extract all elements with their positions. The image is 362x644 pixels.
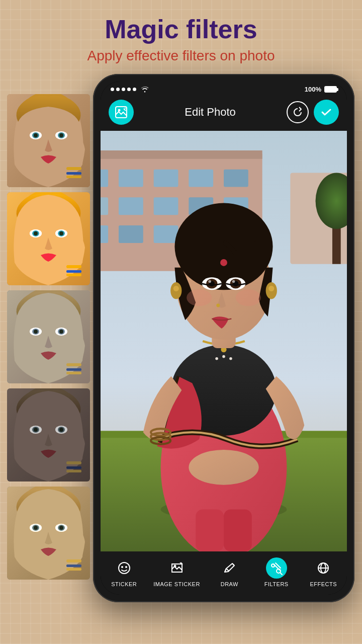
svg-point-118 [268,286,274,291]
svg-point-124 [272,564,275,567]
header-section: Magic filters Apply effective filters on… [0,0,362,74]
app-topbar: Edit Photo [101,96,347,131]
effects-icon [316,561,330,575]
svg-rect-53 [66,565,81,567]
topbar-right-buttons [287,100,339,125]
svg-rect-72 [154,225,178,243]
svg-point-116 [173,286,179,291]
svg-rect-19 [66,265,81,268]
svg-point-107 [208,280,211,283]
svg-point-121 [125,566,127,568]
svg-point-113 [187,289,212,306]
sticker-label: STICKER [111,581,137,587]
filters-icon [269,561,284,575]
effects-label: EFFECTS [310,581,337,587]
thumbnail-2[interactable] [7,192,90,285]
filters-icon-container [266,557,287,579]
thumbnails-column [0,79,90,580]
svg-rect-65 [101,198,108,215]
svg-rect-9 [66,172,81,175]
battery-icon [324,86,337,93]
confirm-button[interactable] [314,100,339,125]
svg-point-120 [121,566,123,568]
svg-rect-8 [66,167,81,170]
nav-item-effects[interactable]: EFFECTS [306,557,341,587]
svg-point-18 [59,231,63,235]
reset-button[interactable] [287,101,309,123]
signal-dots [111,87,149,93]
thumbnail-3[interactable] [7,290,90,383]
thumbnail-5[interactable] [7,487,90,580]
reset-icon [292,107,303,118]
nav-item-sticker[interactable]: STICKER [107,557,142,587]
svg-rect-67 [154,198,178,215]
svg-rect-10 [66,176,81,178]
svg-point-26 [34,330,38,334]
image-edit-icon [115,106,128,119]
draw-label: DRAW [221,581,238,587]
svg-point-93 [229,357,232,360]
svg-rect-60 [101,170,108,187]
filters-label: FILTERS [264,581,289,587]
svg-rect-42 [66,466,81,469]
nav-item-image-sticker[interactable]: IMAGE STICKER [153,557,200,587]
svg-rect-21 [66,274,81,276]
svg-rect-71 [119,225,143,243]
svg-rect-59 [101,150,262,159]
effects-icon-container [313,557,334,579]
svg-rect-88 [196,510,224,552]
svg-rect-70 [101,225,108,243]
svg-rect-41 [66,461,81,464]
svg-point-15 [34,231,38,235]
sticker-icon [117,561,131,575]
nav-item-filters[interactable]: FILTERS [259,557,294,587]
photo-area [101,131,347,551]
svg-rect-63 [189,170,213,187]
svg-point-111 [232,280,235,283]
edit-photo-button[interactable] [109,100,134,125]
svg-point-112 [216,304,220,307]
svg-point-119 [119,562,130,574]
svg-rect-66 [119,198,143,215]
svg-rect-32 [66,372,81,374]
svg-point-91 [215,357,218,360]
svg-point-92 [222,355,225,358]
image-sticker-icon-container [166,557,188,579]
page-subtitle: Apply effective filters on photo [0,48,362,64]
image-sticker-icon [170,561,184,575]
svg-rect-20 [66,270,81,273]
svg-rect-64 [224,170,248,187]
image-sticker-label: IMAGE STICKER [153,581,200,587]
topbar-title: Edit Photo [185,106,236,119]
svg-rect-89 [224,510,252,552]
thumbnail-1[interactable] [7,94,90,187]
battery-status: 100% [305,86,337,93]
svg-point-40 [59,428,63,432]
svg-point-122 [173,565,176,568]
svg-point-114 [236,289,261,306]
svg-rect-62 [154,170,178,187]
svg-rect-31 [66,368,81,371]
svg-point-56 [118,109,121,112]
status-bar: 100% [101,82,347,96]
phone-mockup: 100% Edit Photo [93,74,354,602]
main-content: 100% Edit Photo [0,74,362,580]
sticker-icon-container [114,557,135,579]
svg-point-102 [218,219,257,250]
bottom-nav-bar: STICKER IMAGE STICKER [101,551,347,595]
draw-icon [222,561,236,575]
page-title: Magic filters [0,15,362,44]
svg-point-7 [59,133,63,137]
svg-point-29 [59,330,63,334]
svg-rect-43 [66,470,81,472]
nav-item-draw[interactable]: DRAW [212,557,247,587]
svg-rect-61 [119,170,143,187]
svg-point-94 [189,450,258,485]
svg-point-48 [34,526,38,530]
thumbnail-4[interactable] [7,388,90,481]
svg-point-37 [34,428,38,432]
check-icon [320,106,332,118]
draw-icon-container [219,557,240,579]
svg-rect-30 [66,363,81,366]
svg-point-51 [59,526,63,530]
